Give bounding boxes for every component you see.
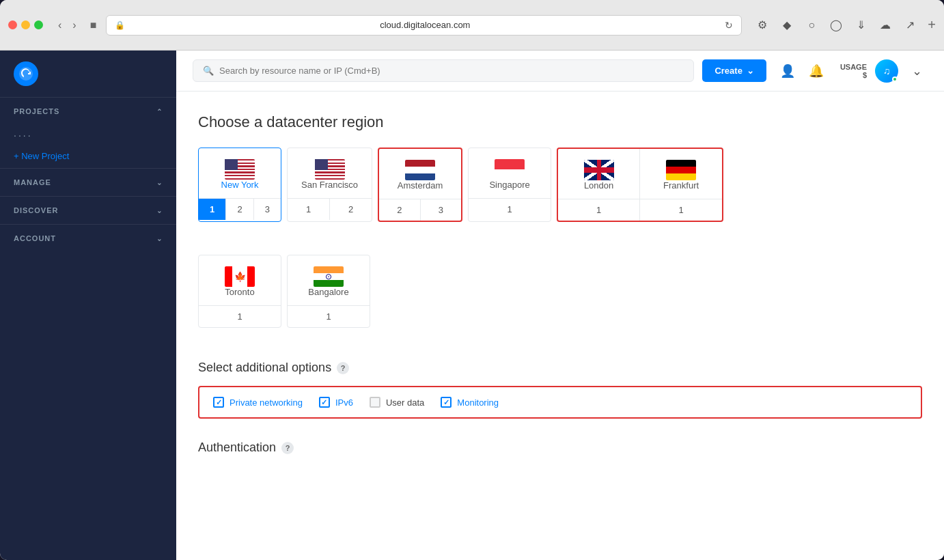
create-button[interactable]: Create ⌄ xyxy=(702,59,766,82)
social-icon[interactable]: ○ xyxy=(802,16,821,35)
avatar[interactable]: ♫ xyxy=(875,59,898,83)
region-nums-frankfurt: 1 xyxy=(640,199,722,221)
region-card-toronto[interactable]: Toronto 1 xyxy=(199,255,281,327)
region-name-frankfurt: Frankfurt xyxy=(663,180,699,191)
sidebar-logo[interactable] xyxy=(0,51,176,97)
region-nums-london: 1 xyxy=(558,199,639,221)
pocket-icon[interactable]: ◆ xyxy=(777,16,796,35)
region-group-singapore: Singapore 1 xyxy=(468,148,551,222)
nav-buttons: ‹ › xyxy=(54,16,81,34)
region-name-toronto: Toronto xyxy=(225,287,254,297)
search-input[interactable] xyxy=(219,66,684,76)
flag-us-sf xyxy=(315,159,345,180)
option-private-networking: Private networking xyxy=(213,397,303,408)
option-label-monitoring: Monitoring xyxy=(457,397,499,408)
checkbox-private-networking[interactable] xyxy=(213,397,224,408)
auth-help-badge[interactable]: ? xyxy=(281,442,294,454)
search-bar[interactable]: 🔍 xyxy=(193,59,694,82)
additional-options-section: Select additional options ? Private netw… xyxy=(198,361,922,419)
region-num-ny-1[interactable]: 1 xyxy=(199,199,226,220)
reload-button[interactable]: ↻ xyxy=(725,20,733,31)
region-num-ban-1[interactable]: 1 xyxy=(288,306,370,327)
region-card-amsterdam[interactable]: Amsterdam 2 3 xyxy=(379,149,461,221)
options-box: Private networking IPv6 User data xyxy=(198,386,922,419)
region-num-fra-1[interactable]: 1 xyxy=(640,199,722,221)
checkbox-user-data[interactable] xyxy=(370,397,380,408)
region-grid-row2: Toronto 1 Bangalore xyxy=(198,255,922,333)
region-name-bangalore: Bangalore xyxy=(308,287,348,297)
minimize-button[interactable] xyxy=(21,20,30,29)
flag-ca-toronto xyxy=(225,266,255,287)
option-label-user-data: User data xyxy=(386,397,424,408)
options-title-text: Select additional options xyxy=(198,361,331,375)
sidebar-manage-header[interactable]: MANAGE ⌄ xyxy=(0,169,176,196)
sidebar-account-header[interactable]: ACCOUNT ⌄ xyxy=(0,225,176,252)
avatar-icon: ♫ xyxy=(883,66,891,76)
browser-actions: ⚙ ◆ ○ ◯ ⇓ ☁ ↗ xyxy=(753,16,919,35)
pinterest-icon[interactable]: ◯ xyxy=(827,16,846,35)
sidebar-dots: .... xyxy=(0,125,176,144)
address-bar[interactable]: 🔒 cloud.digitalocean.com ↻ xyxy=(106,15,742,36)
lock-icon: 🔒 xyxy=(115,20,125,30)
share-icon[interactable]: ↗ xyxy=(900,16,919,35)
projects-chevron: ⌃ xyxy=(156,108,163,115)
region-num-sg-1[interactable]: 1 xyxy=(469,199,551,220)
region-num-ny-3[interactable]: 3 xyxy=(254,199,281,220)
sidebar-discover-header[interactable]: DISCOVER ⌄ xyxy=(0,197,176,224)
region-card-san-francisco[interactable]: San Francisco 1 2 xyxy=(288,148,372,221)
url-text: cloud.digitalocean.com xyxy=(130,20,719,30)
usage-value: $ xyxy=(840,71,867,79)
region-card-london[interactable]: London 1 xyxy=(558,149,640,221)
region-num-lon-1[interactable]: 1 xyxy=(558,199,639,221)
forward-button[interactable]: › xyxy=(68,16,80,34)
region-grid: New York 1 2 3 xyxy=(198,148,922,227)
new-tab-button[interactable]: + xyxy=(928,17,936,33)
option-ipv6: IPv6 xyxy=(319,397,353,408)
region-num-ams-2[interactable]: 2 xyxy=(379,199,421,221)
region-num-ams-3[interactable]: 3 xyxy=(421,199,462,221)
sidebar: PROJECTS ⌃ .... + New Project MANAGE ⌄ D… xyxy=(0,51,176,560)
sidebar-projects-header[interactable]: PROJECTS ⌃ xyxy=(0,98,176,125)
download-icon[interactable]: ⇓ xyxy=(851,16,870,35)
sidebar-toggle-button[interactable]: ■ xyxy=(86,16,101,34)
cloud-icon[interactable]: ☁ xyxy=(876,16,895,35)
region-name-sf: San Francisco xyxy=(301,180,358,190)
region-num-tor-1[interactable]: 1 xyxy=(199,306,281,327)
region-card-bangalore[interactable]: Bangalore 1 xyxy=(288,255,370,327)
region-num-ny-2[interactable]: 2 xyxy=(226,199,253,220)
flag-sg-singapore xyxy=(495,159,525,180)
settings-icon[interactable]: ⚙ xyxy=(753,16,772,35)
region-group-amsterdam: Amsterdam 2 3 xyxy=(378,148,462,222)
checkbox-monitoring[interactable] xyxy=(441,397,452,408)
region-card-frankfurt[interactable]: Frankfurt 1 xyxy=(640,149,722,221)
flag-gb-london xyxy=(584,160,614,180)
checkbox-ipv6[interactable] xyxy=(319,397,330,408)
discover-chevron: ⌄ xyxy=(156,207,163,214)
flag-nl-amsterdam xyxy=(405,160,435,180)
bell-icon-button[interactable]: 🔔 xyxy=(803,59,829,83)
close-button[interactable] xyxy=(8,20,17,29)
flag-de-frankfurt xyxy=(666,160,696,180)
maximize-button[interactable] xyxy=(34,20,43,29)
new-project-button[interactable]: + New Project xyxy=(0,144,176,168)
account-chevron-button[interactable]: ⌄ xyxy=(906,59,928,83)
region-name-amsterdam: Amsterdam xyxy=(398,180,443,191)
account-label: ACCOUNT xyxy=(14,234,56,242)
region-nums-bangalore: 1 xyxy=(288,305,370,327)
region-group-bangalore: Bangalore 1 xyxy=(287,255,370,328)
options-help-badge[interactable]: ? xyxy=(337,362,349,374)
browser-window: ‹ › ■ 🔒 cloud.digitalocean.com ↻ ⚙ ◆ ○ ◯… xyxy=(0,0,944,560)
flag-us-new-york xyxy=(225,159,255,180)
search-icon: 🔍 xyxy=(203,66,214,76)
options-title: Select additional options ? xyxy=(198,361,922,375)
region-card-new-york[interactable]: New York 1 2 3 xyxy=(199,148,281,221)
topbar-icons: 👤 🔔 xyxy=(775,59,829,83)
app-layout: PROJECTS ⌃ .... + New Project MANAGE ⌄ D… xyxy=(0,51,944,560)
region-num-sf-1[interactable]: 1 xyxy=(288,199,330,220)
sidebar-projects-section: PROJECTS ⌃ .... + New Project xyxy=(0,97,176,168)
user-icon-button[interactable]: 👤 xyxy=(775,59,801,83)
region-card-singapore[interactable]: Singapore 1 xyxy=(469,148,551,221)
region-num-sf-2[interactable]: 2 xyxy=(330,199,372,220)
back-button[interactable]: ‹ xyxy=(54,16,66,34)
region-nums-sf: 1 2 xyxy=(288,198,372,220)
